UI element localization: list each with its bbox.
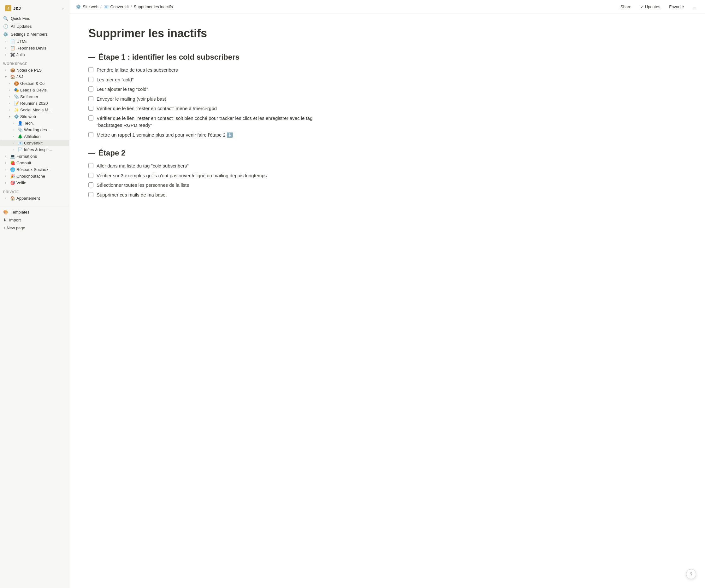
sidebar-item-chouchoutache[interactable]: › 🎉 Chouchoutache <box>0 173 69 180</box>
paperclip-icon: 📎 <box>14 94 19 99</box>
sidebar-item-idees-inspi[interactable]: › 📄 Idées & inspir... <box>0 146 69 153</box>
globe-icon: 🌐 <box>10 167 15 172</box>
checklist-1: Prendre la liste de tous les subscribers… <box>88 66 334 139</box>
workspace-avatar: J <box>5 5 11 11</box>
convertkit-label: Convertkit <box>24 141 43 145</box>
checkbox-8[interactable] <box>88 163 93 168</box>
sidebar-item-quick-find[interactable]: 🔍 Quick Find <box>0 14 69 22</box>
favorite-button[interactable]: Favorite <box>666 3 687 10</box>
checkbox-2[interactable] <box>88 77 93 82</box>
breadcrumb-site-web-icon: ⚙️ <box>76 4 81 9</box>
sidebar-item-veille[interactable]: › 🎯 Veille <box>0 180 69 186</box>
sidebar-item-all-updates[interactable]: 🕐 All Updates <box>0 22 69 30</box>
checkbox-7[interactable] <box>88 132 93 137</box>
section-header-2: — Étape 2 <box>88 149 334 157</box>
sidebar-item-leads-devis[interactable]: › 🎭 Leads & Devis <box>0 87 69 93</box>
gestion-co-label: Gestion & Co <box>20 81 45 86</box>
sidebar-item-utms[interactable]: › 📄 UTMs <box>0 38 69 45</box>
chevron-icon: › <box>5 175 9 178</box>
sidebar-item-templates[interactable]: 🎨 Templates <box>0 208 69 216</box>
checkbox-4[interactable] <box>88 96 93 101</box>
sidebar-item-formations[interactable]: › 💻 Formations <box>0 153 69 160</box>
sidebar-item-jj[interactable]: ▾ 🏠 J&J <box>0 74 69 80</box>
sidebar-item-settings[interactable]: ⚙️ Settings & Members <box>0 30 69 38</box>
checklist-text-11: Supprimer ces mails de ma base. <box>97 192 167 199</box>
section-dash-1: — <box>88 53 95 61</box>
link-icon: 📎 <box>18 128 23 132</box>
workspace-section-label: WORKSPACE <box>0 58 69 67</box>
new-page-button[interactable]: + New page <box>0 224 69 232</box>
checklist-text-1: Prendre la liste de tous les subscribers <box>97 66 178 74</box>
gear-icon: ⚙️ <box>3 32 8 37</box>
affiliation-label: Affiliation <box>24 134 41 139</box>
sidebar-item-affiliation[interactable]: › 🌲 Affiliation <box>0 133 69 140</box>
checkbox-3[interactable] <box>88 87 93 92</box>
sidebar-item-appartement[interactable]: › 🏠 Appartement <box>0 195 69 202</box>
tech-label: Tech. <box>24 121 34 126</box>
formations-label: Formations <box>16 154 37 159</box>
notes-pls-label: Notes de PLS <box>16 68 42 72</box>
quick-find-label: Quick Find <box>11 16 30 21</box>
chevron-icon: › <box>5 161 9 165</box>
laptop-icon: 💻 <box>10 154 15 159</box>
sidebar-item-tech[interactable]: › 👤 Tech. <box>0 120 69 127</box>
sidebar-item-reunions-2020[interactable]: › 📝 Réunions 2020 <box>0 100 69 107</box>
page-header: ⚙️ Site web / 📧 Convertkit / Supprimer l… <box>69 0 705 14</box>
person-icon: 👤 <box>18 121 23 126</box>
chevron-icon: › <box>13 135 16 138</box>
checkbox-6[interactable] <box>88 115 93 120</box>
page-content: Supprimer les inactifs — Étape 1 : ident… <box>69 14 354 588</box>
sidebar-item-reseaux-sociaux[interactable]: › 🌐 Réseaux Sociaux <box>0 166 69 173</box>
workspace-dropdown-icon: ⌄ <box>61 6 64 10</box>
checklist-item: Sélectionner toutes les personnes de la … <box>88 182 334 189</box>
workspace-header[interactable]: J J&J ⌄ <box>3 3 66 13</box>
sidebar-item-gratouit[interactable]: › 🍓 Gratouit <box>0 160 69 166</box>
breadcrumb-site-web[interactable]: Site web <box>83 4 98 9</box>
settings-label: Settings & Members <box>11 32 48 37</box>
private-section-label: PRIVATE <box>0 186 69 195</box>
updates-button[interactable]: ✓ Updates <box>638 3 663 10</box>
sidebar-item-wording[interactable]: › 📎 Wording des ... <box>0 127 69 133</box>
section-title-2: Étape 2 <box>98 149 125 157</box>
checklist-text-2: Les trier en "cold" <box>97 76 134 84</box>
chevron-icon: › <box>5 53 9 56</box>
chevron-icon: › <box>13 141 16 145</box>
chevron-icon: › <box>5 155 9 158</box>
house2-icon: 🏠 <box>10 196 15 201</box>
checkbox-9[interactable] <box>88 173 93 178</box>
sidebar-item-convertkit[interactable]: › 📧 Convertkit <box>0 140 69 146</box>
tree-icon: 🌲 <box>18 134 23 139</box>
box-icon: 📦 <box>10 68 15 72</box>
email-icon: 📧 <box>18 141 23 145</box>
checkbox-11[interactable] <box>88 192 93 197</box>
checklist-text-9: Vérifier sur 3 exemples qu'ils n'ont pas… <box>97 172 267 180</box>
sidebar-item-julia[interactable]: › ✖️ Julia <box>0 51 69 58</box>
checkbox-1[interactable] <box>88 67 93 72</box>
checklist-text-7: Mettre un rappel 1 semaine plus tard pou… <box>97 132 233 139</box>
chevron-icon: › <box>5 197 9 200</box>
more-button[interactable]: ... <box>690 3 699 10</box>
checkbox-10[interactable] <box>88 182 93 187</box>
chevron-icon: › <box>5 40 9 43</box>
checklist-item: Leur ajouter le tag "cold" <box>88 86 334 93</box>
templates-icon: 🎨 <box>3 210 8 214</box>
help-button[interactable]: ? <box>686 569 696 579</box>
sidebar-item-se-former[interactable]: › 📎 Se former <box>0 93 69 100</box>
chevron-icon: › <box>9 108 13 112</box>
target-icon: 🎯 <box>10 181 15 185</box>
sidebar-item-import[interactable]: ⬇ Import <box>0 216 69 224</box>
breadcrumb-convertkit[interactable]: Convertkit <box>110 4 129 9</box>
updates-label: Updates <box>645 4 660 9</box>
sidebar-item-social-media[interactable]: › ✨ Social Media M... <box>0 107 69 113</box>
sidebar-item-site-web[interactable]: ▾ ⚙️ Site web <box>0 113 69 120</box>
sidebar-item-gestion-co[interactable]: › 🍪 Gestion & Co <box>0 80 69 87</box>
leads-icon: 🎭 <box>14 88 19 92</box>
checkbox-5[interactable] <box>88 106 93 111</box>
search-icon: 🔍 <box>3 16 8 21</box>
share-button[interactable]: Share <box>618 3 634 10</box>
sidebar-item-notes-pls[interactable]: › 📦 Notes de PLS <box>0 67 69 74</box>
gratouit-label: Gratouit <box>16 160 31 165</box>
chevron-icon: › <box>9 82 13 85</box>
checklist-item: Mettre un rappel 1 semaine plus tard pou… <box>88 132 334 139</box>
sidebar-item-reponses-devis[interactable]: › 📋 Réponses Devis <box>0 45 69 51</box>
